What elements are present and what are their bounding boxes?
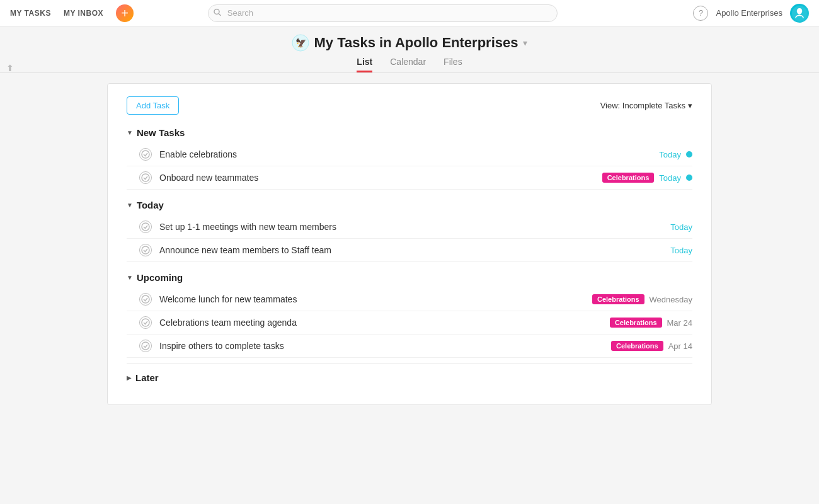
task-date: Today bbox=[659, 150, 681, 159]
task-name[interactable]: Celebrations team meeting agenda bbox=[159, 318, 602, 328]
view-selector[interactable]: View: Incomplete Tasks ▾ bbox=[600, 101, 692, 110]
task-date: Today bbox=[659, 173, 681, 183]
celebrations-tag: Celebrations bbox=[611, 341, 663, 351]
task-checkbox[interactable] bbox=[139, 293, 152, 306]
page-title-chevron[interactable]: ▾ bbox=[523, 38, 527, 48]
task-checkbox[interactable] bbox=[139, 220, 152, 233]
task-meta: Celebrations Wednesday bbox=[592, 294, 692, 304]
tab-bar: List Calendar Files bbox=[357, 57, 462, 72]
search-icon bbox=[214, 8, 221, 18]
table-row: Celebrations team meeting agenda Celebra… bbox=[127, 311, 692, 335]
celebrations-tag: Celebrations bbox=[610, 318, 662, 328]
avatar[interactable] bbox=[790, 4, 809, 23]
table-row: Inspire others to complete tasks Celebra… bbox=[127, 335, 692, 358]
tab-calendar[interactable]: Calendar bbox=[390, 57, 426, 72]
section-header-new-tasks[interactable]: ▼ New Tasks bbox=[127, 127, 692, 138]
task-meta: Celebrations Mar 24 bbox=[610, 318, 692, 328]
task-meta: Celebrations Apr 14 bbox=[611, 341, 692, 351]
search-input[interactable] bbox=[208, 4, 558, 22]
svg-point-6 bbox=[142, 174, 149, 181]
view-label: View: Incomplete Tasks bbox=[600, 101, 685, 110]
add-task-button[interactable]: Add Task bbox=[127, 96, 179, 115]
task-checkbox[interactable] bbox=[139, 316, 152, 329]
task-meta: Today bbox=[670, 246, 692, 255]
svg-point-9 bbox=[142, 295, 149, 303]
task-date: Apr 14 bbox=[668, 341, 692, 351]
task-checkbox[interactable] bbox=[139, 171, 152, 184]
table-row: Enable celebrations Today bbox=[127, 143, 692, 166]
page-header: 🦅 My Tasks in Apollo Enterprises ▾ List … bbox=[0, 26, 819, 73]
svg-point-0 bbox=[214, 9, 219, 14]
view-chevron-icon: ▾ bbox=[688, 101, 692, 110]
svg-line-1 bbox=[219, 14, 220, 16]
sidebar-collapse-icon[interactable]: ⬆ bbox=[6, 63, 14, 73]
task-checkbox[interactable] bbox=[139, 148, 152, 161]
celebrations-tag: Celebrations bbox=[602, 173, 655, 183]
main-content: Add Task View: Incomplete Tasks ▾ ▼ New … bbox=[0, 83, 819, 405]
svg-point-5 bbox=[142, 151, 149, 158]
table-row: Welcome lunch for new teammates Celebrat… bbox=[127, 288, 692, 311]
celebrations-tag: Celebrations bbox=[592, 294, 644, 304]
task-date: Today bbox=[670, 246, 692, 255]
task-name[interactable]: Enable celebrations bbox=[159, 149, 651, 159]
table-row: Onboard new teammates Celebrations Today bbox=[127, 166, 692, 190]
table-row: Announce new team members to Staff team … bbox=[127, 239, 692, 262]
today-title: Today bbox=[137, 200, 164, 210]
search-bar-container bbox=[208, 4, 558, 22]
task-checkbox[interactable] bbox=[139, 244, 152, 256]
today-chevron: ▼ bbox=[127, 202, 133, 209]
page-title-icon: 🦅 bbox=[292, 34, 309, 52]
task-dot bbox=[686, 151, 692, 158]
table-row: Set up 1-1 meetings with new team member… bbox=[127, 215, 692, 239]
svg-point-10 bbox=[142, 319, 149, 326]
tab-divider bbox=[0, 72, 819, 73]
task-meta: Today bbox=[659, 150, 692, 159]
page-title-row: 🦅 My Tasks in Apollo Enterprises ▾ bbox=[292, 34, 528, 52]
later-chevron-icon: ▶ bbox=[127, 374, 132, 381]
task-meta: Today bbox=[670, 222, 692, 232]
new-tasks-chevron: ▼ bbox=[127, 129, 133, 136]
section-header-later[interactable]: ▶ Later bbox=[127, 363, 692, 386]
section-header-upcoming[interactable]: ▼ Upcoming bbox=[127, 272, 692, 283]
task-date: Today bbox=[670, 222, 692, 232]
content-panel: Add Task View: Incomplete Tasks ▾ ▼ New … bbox=[107, 83, 712, 405]
top-nav: MY TASKS MY INBOX + ? Apollo Enterprises bbox=[0, 0, 819, 26]
task-meta: Celebrations Today bbox=[602, 173, 692, 183]
task-name[interactable]: Welcome lunch for new teammates bbox=[159, 294, 585, 304]
task-dot bbox=[686, 175, 692, 181]
svg-point-8 bbox=[142, 246, 149, 254]
upcoming-title: Upcoming bbox=[137, 272, 183, 283]
tab-list[interactable]: List bbox=[357, 57, 372, 72]
section-header-today[interactable]: ▼ Today bbox=[127, 200, 692, 210]
task-name[interactable]: Onboard new teammates bbox=[159, 173, 595, 183]
add-button[interactable]: + bbox=[116, 4, 134, 22]
new-tasks-title: New Tasks bbox=[137, 127, 185, 138]
upcoming-chevron: ▼ bbox=[127, 274, 133, 281]
task-date: Mar 24 bbox=[667, 318, 692, 328]
task-date: Wednesday bbox=[650, 295, 692, 304]
svg-point-7 bbox=[142, 223, 149, 231]
page-title: My Tasks in Apollo Enterprises bbox=[314, 35, 518, 51]
task-checkbox[interactable] bbox=[139, 340, 152, 352]
task-name[interactable]: Set up 1-1 meetings with new team member… bbox=[159, 222, 663, 232]
org-name-label: Apollo Enterprises bbox=[716, 8, 782, 18]
svg-point-11 bbox=[142, 342, 149, 350]
svg-text:🦅: 🦅 bbox=[295, 38, 307, 49]
task-name[interactable]: Inspire others to complete tasks bbox=[159, 341, 604, 351]
my-inbox-nav[interactable]: MY INBOX bbox=[64, 9, 103, 18]
toolbar-row: Add Task View: Incomplete Tasks ▾ bbox=[127, 96, 692, 115]
nav-right: ? Apollo Enterprises bbox=[693, 4, 809, 23]
my-tasks-nav[interactable]: MY TASKS bbox=[10, 9, 51, 18]
help-button[interactable]: ? bbox=[693, 6, 708, 21]
tab-files[interactable]: Files bbox=[444, 57, 462, 72]
later-title: Later bbox=[135, 372, 159, 383]
task-name[interactable]: Announce new team members to Staff team bbox=[159, 245, 663, 255]
